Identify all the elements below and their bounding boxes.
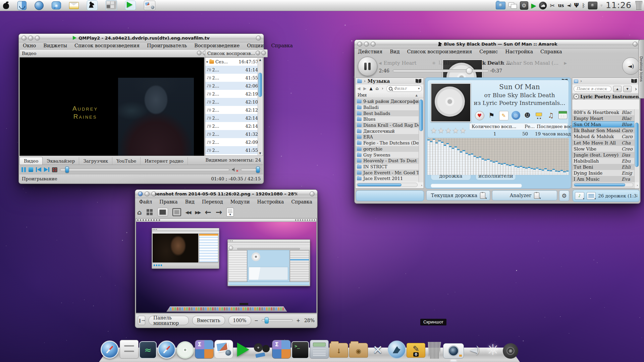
fullscreen-icon[interactable] <box>172 208 181 216</box>
progress-thumb[interactable] <box>466 68 473 74</box>
playlist-item-row[interactable]: ♪)) 2... 41:55 <box>205 74 259 82</box>
scroll-right-icon[interactable]: › <box>637 183 638 187</box>
dock-notes[interactable]: ✎ 0 <box>407 343 425 358</box>
mute-icon[interactable] <box>232 167 238 172</box>
playlist-item-row[interactable]: ♪)) 2... 41:32 <box>205 130 259 138</box>
menu-item[interactable]: Справка <box>291 199 312 204</box>
zoom-in-icon[interactable]: + <box>296 318 300 323</box>
playlist-item-row[interactable]: ♪)) 2... 42:09 <box>205 138 259 146</box>
bluetooth-icon[interactable]: ᛒ <box>582 2 585 9</box>
seek-slider[interactable] <box>60 168 229 171</box>
playlist-item-row[interactable]: ♪)) 2... 42:06 <box>205 82 259 90</box>
menu-item[interactable]: Вид <box>185 199 195 204</box>
next-track[interactable]: İlk Bahar Son Masal (Mabud ...▶ <box>498 60 567 66</box>
previous-track[interactable]: ◀Empty Heart <box>379 60 417 66</box>
track-row[interactable]: Mabud & Mahluk Caro <box>572 133 635 139</box>
apple-menu-icon[interactable] <box>3 1 9 9</box>
pause-button[interactable] <box>21 167 26 172</box>
shade-button[interactable] <box>310 191 315 196</box>
analyzer-applet-button[interactable]: Analyzer <box>492 190 557 200</box>
messenger-icon[interactable] <box>52 1 61 9</box>
browser-hscrollbar[interactable] <box>356 183 418 187</box>
folder-row[interactable]: Jace Everett - Mr. Good Tim <box>356 170 419 176</box>
search-more-icon[interactable]: › <box>635 86 637 92</box>
menu-item[interactable]: Список воспроизведения <box>407 49 472 54</box>
windows-stack-icon[interactable] <box>508 2 517 9</box>
folder-row[interactable]: Best ballads <box>356 110 419 116</box>
dock-safari[interactable] <box>101 341 119 359</box>
qmplay-icon[interactable] <box>125 1 136 10</box>
camera-folder-icon[interactable] <box>496 2 505 9</box>
keyboard-layout-indicator[interactable]: us <box>558 3 564 8</box>
dock-file-manager[interactable] <box>120 340 139 359</box>
dock-trash[interactable] <box>426 342 442 359</box>
dock-video-editor[interactable] <box>253 341 271 359</box>
track-row[interactable]: 808's & Heartbreak Blac <box>572 109 635 115</box>
qmplay-tray-icon[interactable]: ▶ <box>531 2 536 9</box>
stop-button[interactable] <box>29 167 33 172</box>
menu-item[interactable]: Модули <box>230 199 250 204</box>
forward-icon[interactable]: → <box>216 208 222 217</box>
playlist-item-row[interactable]: ♪)) 2... 41:14 <box>205 66 259 74</box>
browse-mode-icon[interactable] <box>146 209 153 216</box>
screenshot-tool-icon[interactable] <box>144 1 155 10</box>
dock-screenshot-camera[interactable] <box>443 343 464 359</box>
previous-button[interactable] <box>36 167 41 172</box>
dock-screenshots-folder[interactable]: ◉ <box>349 343 368 358</box>
seek-thumb[interactable] <box>65 167 69 173</box>
track-row[interactable]: İlk Bahar Son Masal (Ma.. Caro <box>572 127 635 133</box>
shade-button[interactable] <box>633 42 638 47</box>
menu-item[interactable]: Виджеты <box>43 43 67 48</box>
spectrum-analyzer[interactable] <box>427 138 569 175</box>
image-view[interactable] <box>136 218 317 313</box>
back-icon[interactable]: ◀ <box>357 86 360 91</box>
float-dock-button[interactable] <box>197 51 202 55</box>
hscrollbar-thumb[interactable] <box>357 183 401 186</box>
browser-bottom-bar[interactable] <box>356 190 424 201</box>
album-group-header[interactable]: Lyric Poetry Instrumen <box>572 93 639 100</box>
menu-item[interactable]: Список воспроизведения <box>74 43 140 48</box>
close-button[interactable] <box>357 42 362 47</box>
zoom-slider[interactable] <box>262 319 293 322</box>
playlist-hscrollbar[interactable] <box>573 183 633 187</box>
track-row[interactable]: Let Me Have It All Cha <box>572 139 635 145</box>
star-icon[interactable]: ★ <box>460 126 466 135</box>
dock-downloads-folder[interactable]: ↓ <box>329 343 348 358</box>
minimize-button[interactable] <box>145 191 150 196</box>
qmplay-tab[interactable]: Интернет радио <box>141 157 188 165</box>
volume-icon[interactable]: ◄) <box>567 3 571 8</box>
browser-scrollbar[interactable] <box>419 99 423 182</box>
gwenview-titlebar[interactable]: Screenshot from 2014-05-05 11:26:02.png … <box>135 190 317 198</box>
scrollbar-thumb[interactable] <box>419 100 423 131</box>
close-button[interactable] <box>21 36 26 41</box>
filter-dropdown-icon[interactable]: ▾ <box>418 87 420 90</box>
track-row[interactable]: I Am Music Eva <box>572 176 635 182</box>
track-row[interactable]: Tut Beni Ehli <box>572 164 635 170</box>
playlist-scrollbar[interactable] <box>634 109 639 182</box>
menu-item[interactable]: Переход <box>202 199 223 204</box>
dock-audio-device[interactable] <box>503 343 518 359</box>
menu-item[interactable]: Опции <box>247 43 264 48</box>
dock-volume[interactable]: ◄) <box>465 341 483 359</box>
browser-orb-icon[interactable] <box>35 1 44 10</box>
minimize-button[interactable] <box>364 42 369 47</box>
dock-photos[interactable] <box>214 340 233 359</box>
home-icon[interactable]: ⌂ <box>376 86 379 91</box>
folder-row[interactable]: Diana Krall - Glad Rag Doll <box>356 122 419 128</box>
playlist-dock-header[interactable]: Список воспроизв... <box>205 49 268 57</box>
thumbnails-button[interactable]: Панель миниатюр <box>149 316 189 325</box>
menu-item[interactable]: Сервис <box>479 49 498 54</box>
klipper-icon[interactable]: ✂ <box>550 2 555 9</box>
playlist-item-row[interactable]: ♪)) 2... 42:14 <box>205 114 259 122</box>
track-row[interactable]: Dying Inside Enig <box>572 170 635 176</box>
video-area[interactable]: Audrey Raines <box>19 57 204 156</box>
scrollbar-thumb[interactable] <box>635 123 639 167</box>
previous-image-icon[interactable]: ◀◀ <box>185 210 191 215</box>
menu-item[interactable]: Действия <box>358 49 382 54</box>
screenshot-tray-icon[interactable] <box>588 2 597 9</box>
next-button[interactable] <box>44 167 49 172</box>
star-icon[interactable]: ★ <box>430 126 437 135</box>
track-row[interactable]: Slow Vibe Creo <box>572 146 635 152</box>
float-dock-button[interactable] <box>256 51 260 55</box>
folder-row[interactable]: Fegie - The Dutchess (Delux <box>356 140 419 146</box>
